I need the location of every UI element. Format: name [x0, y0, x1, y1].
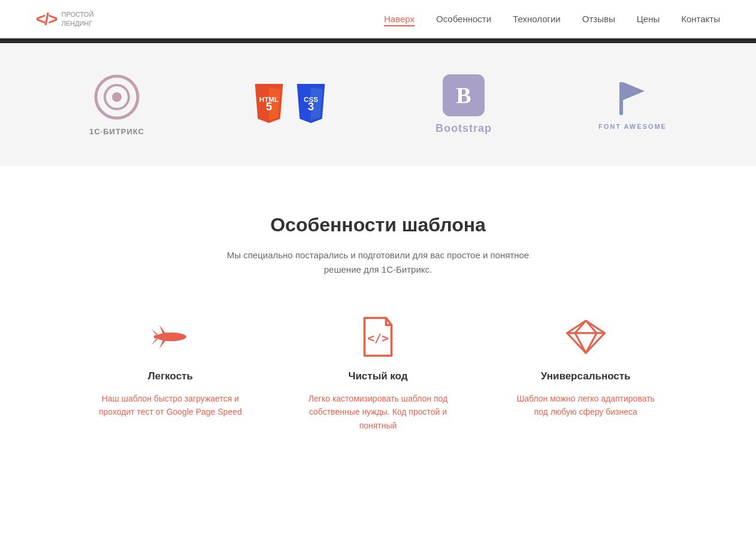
fontawesome-flag-icon	[615, 79, 651, 118]
nav-link-top[interactable]: Наверх	[384, 14, 415, 26]
svg-rect-19	[154, 335, 158, 338]
svg-text:3: 3	[308, 100, 314, 113]
nav-link-tech[interactable]: Технологии	[513, 14, 561, 24]
feature-desc-universal: Шаблон можно легко адаптировать под любу…	[514, 392, 658, 419]
feature-title-speed: Легкость	[148, 370, 193, 382]
features-title: Особенности шаблона	[36, 214, 720, 236]
svg-marker-12	[623, 82, 645, 100]
svg-marker-21	[567, 321, 604, 353]
logo[interactable]: </> ПРОСТОЙ ЛЕНДИНГ	[36, 10, 93, 29]
svg-marker-18	[152, 339, 159, 345]
logo-text: ПРОСТОЙ ЛЕНДИНГ	[61, 10, 93, 28]
navbar: </> ПРОСТОЙ ЛЕНДИНГ Наверх Особенности Т…	[0, 0, 756, 38]
bootstrap-logo: B Bootstrap	[436, 74, 492, 135]
fontawesome-label: FONT AWESOME	[598, 123, 667, 130]
bitrix-label: 1С·БИТРИКС	[89, 127, 144, 136]
features-section: Особенности шаблона Мы специально постар…	[0, 166, 756, 468]
svg-rect-11	[619, 82, 623, 115]
nav-item-tech[interactable]: Технологии	[513, 14, 561, 25]
svg-marker-17	[152, 329, 159, 335]
nav-link-prices[interactable]: Цены	[637, 14, 660, 24]
feature-item-speed: Легкость Наш шаблон быстро загружается и…	[78, 313, 262, 419]
nav-link-contacts[interactable]: Контакты	[681, 14, 720, 24]
nav-item-contacts[interactable]: Контакты	[681, 14, 720, 25]
feature-item-code: </> Чистый код Легко кастомизировать шаб…	[286, 313, 470, 432]
svg-text:</>: </>	[367, 331, 389, 345]
features-grid: Легкость Наш шаблон быстро загружается и…	[78, 313, 678, 432]
bitrix-icon	[93, 73, 141, 121]
nav-item-reviews[interactable]: Отзывы	[582, 14, 615, 25]
plane-icon	[149, 313, 192, 361]
feature-desc-code: Легко кастомизировать шаблон под собстве…	[306, 392, 450, 432]
tech-item-bootstrap: B Bootstrap	[436, 74, 492, 135]
nav-links: Наверх Особенности Технологии Отзывы Цен…	[384, 14, 720, 25]
html5-icon: HTML 5	[251, 84, 287, 126]
css3-icon: CSS 3	[293, 84, 329, 126]
logo-icon: </>	[36, 10, 56, 29]
features-subtitle: Мы специально постарались и подготовили …	[222, 248, 534, 277]
diamond-icon	[564, 313, 607, 361]
nav-link-features[interactable]: Особенности	[436, 14, 491, 24]
code-file-icon: </>	[356, 313, 400, 361]
tech-section: 1С·БИТРИКС HTML 5 CSS 3 B Bootstrap	[0, 43, 756, 166]
nav-item-features[interactable]: Особенности	[436, 14, 491, 25]
bitrix-logo	[93, 73, 141, 121]
nav-link-reviews[interactable]: Отзывы	[582, 14, 615, 24]
dark-strip	[0, 38, 756, 43]
bootstrap-icon: B	[443, 74, 485, 116]
tech-item-htmlcss: HTML 5 CSS 3	[251, 84, 329, 126]
svg-text:5: 5	[266, 100, 272, 113]
nav-item-prices[interactable]: Цены	[637, 14, 660, 25]
svg-point-2	[112, 92, 122, 102]
tech-item-bitrix: 1С·БИТРИКС	[89, 73, 144, 136]
feature-title-code: Чистый код	[348, 370, 407, 382]
nav-item-top[interactable]: Наверх	[384, 14, 415, 25]
bootstrap-label: Bootstrap	[436, 122, 492, 135]
tech-item-fontawesome: FONT AWESOME	[598, 79, 667, 130]
feature-desc-speed: Наш шаблон быстро загружается и проходит…	[98, 392, 242, 419]
fontawesome-logo: FONT AWESOME	[598, 79, 667, 130]
feature-item-universal: Универсальность Шаблон можно легко адапт…	[494, 313, 678, 419]
htmlcss-logos: HTML 5 CSS 3	[251, 84, 329, 126]
feature-title-universal: Универсальность	[541, 370, 631, 382]
